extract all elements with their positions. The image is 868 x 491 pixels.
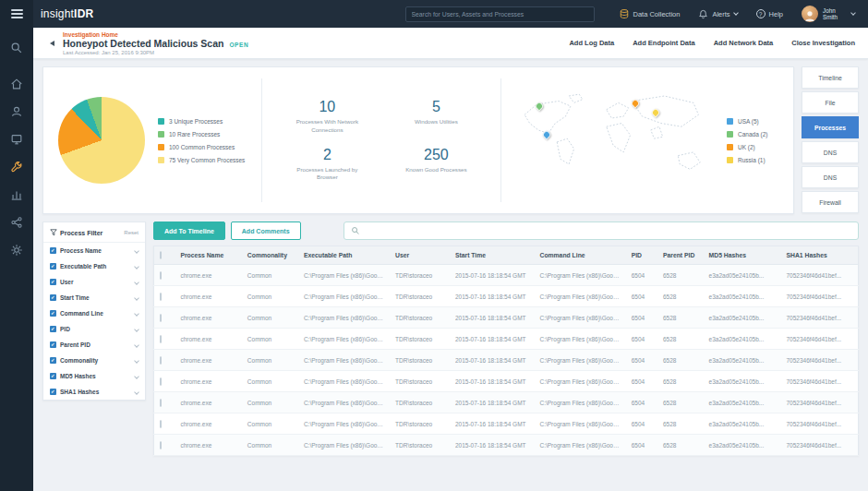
nav-data-collection[interactable]: Data Collection — [619, 8, 681, 19]
row-checkbox[interactable] — [160, 377, 162, 386]
investigations-wrench-icon[interactable] — [4, 154, 30, 179]
checkbox-checked-icon[interactable] — [50, 263, 56, 269]
row-checkbox[interactable] — [160, 271, 162, 280]
side-tab[interactable]: Processes — [802, 116, 859, 138]
legend-label: 75 Very Common Processes — [169, 157, 245, 163]
cell-md5: e3a2ad05e24105b... — [704, 286, 781, 307]
column-header[interactable]: Process Name — [175, 246, 241, 265]
status-badge: OPEN — [229, 42, 248, 48]
table-row[interactable]: chrome.exe Common C:\Program Files (x86)… — [154, 350, 859, 371]
filter-item[interactable]: Parent PID — [43, 337, 145, 353]
table-row[interactable]: chrome.exe Common C:\Program Files (x86)… — [154, 392, 859, 413]
nav-alerts[interactable]: Alerts — [698, 9, 737, 19]
reports-chart-icon[interactable] — [4, 182, 30, 207]
column-header[interactable]: User — [390, 246, 450, 265]
checkbox-checked-icon[interactable] — [50, 373, 56, 379]
table-row[interactable]: chrome.exe Common C:\Program Files (x86)… — [154, 413, 859, 435]
cell-start-time: 2015-07-16 18:18:54 GMT — [450, 435, 535, 456]
side-tab[interactable]: DNS — [802, 141, 859, 163]
header-action-button[interactable]: Add Network Data — [714, 39, 774, 47]
filter-item[interactable]: Commonality — [43, 353, 145, 368]
filter-item[interactable]: Command Line — [43, 305, 145, 321]
table-row[interactable]: chrome.exe Common C:\Program Files (x86)… — [154, 435, 859, 456]
geo-map-block: USA (5) Canada (2) — [501, 84, 778, 197]
row-checkbox[interactable] — [160, 399, 162, 407]
cell-parent-pid: 6528 — [657, 265, 704, 286]
checkbox-checked-icon[interactable] — [50, 279, 56, 285]
app-root: insightIDR Data Collection Alerts Help J… — [0, 0, 868, 491]
add-to-timeline-button[interactable]: Add To Timeline — [153, 222, 225, 240]
table-row[interactable]: chrome.exe Common C:\Program Files (x86)… — [154, 329, 859, 350]
filter-item[interactable]: PID — [43, 321, 145, 337]
filter-item[interactable]: Start Time — [43, 290, 145, 305]
select-all-checkbox[interactable] — [160, 251, 162, 259]
row-checkbox[interactable] — [160, 335, 162, 343]
filter-reset-button[interactable]: Reset — [124, 230, 139, 235]
hamburger-menu-icon[interactable] — [0, 0, 33, 28]
column-header[interactable]: Executable Path — [298, 246, 390, 265]
side-tab[interactable]: DNS — [802, 166, 859, 188]
checkbox-checked-icon[interactable] — [50, 389, 56, 395]
settings-gear-icon[interactable] — [4, 237, 30, 262]
header-action-button[interactable]: Add Log Data — [569, 39, 614, 47]
cell-commonality: Common — [242, 435, 298, 456]
side-tab[interactable]: File — [802, 91, 859, 114]
cell-commonality: Common — [242, 350, 298, 371]
column-header[interactable]: Command Line — [534, 246, 625, 265]
row-checkbox[interactable] — [160, 293, 162, 301]
checkbox-checked-icon[interactable] — [50, 341, 56, 348]
cell-checkbox — [154, 371, 175, 392]
filter-item[interactable]: Process Name — [43, 243, 145, 258]
cell-start-time: 2015-07-16 18:18:54 GMT — [450, 392, 535, 413]
column-header[interactable]: SHA1 Hashes — [781, 246, 859, 265]
cell-commonality: Common — [242, 392, 298, 413]
checkbox-checked-icon[interactable] — [50, 357, 56, 364]
cell-checkbox — [154, 286, 175, 307]
side-tab[interactable]: Firewall — [802, 191, 859, 213]
chevron-down-icon — [733, 10, 739, 16]
filter-item[interactable]: User — [43, 274, 145, 290]
breadcrumb[interactable]: Investigation Home — [63, 31, 248, 38]
table-row[interactable]: chrome.exe Common C:\Program Files (x86)… — [154, 371, 859, 392]
table-row[interactable]: chrome.exe Common C:\Program Files (x86)… — [154, 286, 859, 307]
evidence-tabs: TimelineFileProcessesDNSDNSFirewall — [802, 66, 859, 214]
header-action-button[interactable]: Close Investigation — [791, 39, 855, 47]
checkbox-checked-icon[interactable] — [50, 294, 56, 301]
filter-item[interactable]: MD5 Hashes — [43, 368, 145, 384]
row-checkbox[interactable] — [160, 420, 162, 428]
legend-swatch — [727, 144, 733, 150]
home-icon[interactable] — [4, 71, 30, 96]
nav-help[interactable]: Help — [756, 9, 783, 18]
column-header[interactable]: Commonality — [242, 246, 298, 265]
network-nodes-icon[interactable] — [4, 210, 30, 234]
column-header[interactable]: Parent PID — [657, 246, 704, 265]
filter-item[interactable]: SHA1 Hashes — [43, 384, 145, 400]
column-header[interactable]: PID — [626, 246, 657, 265]
search-icon[interactable] — [4, 35, 30, 60]
row-checkbox[interactable] — [160, 441, 162, 449]
checkbox-checked-icon[interactable] — [50, 326, 56, 332]
add-comments-button[interactable]: Add Comments — [231, 222, 301, 240]
table-row[interactable]: chrome.exe Common C:\Program Files (x86)… — [154, 307, 859, 329]
checkbox-checked-icon[interactable] — [50, 247, 56, 254]
chevron-down-icon — [134, 374, 139, 379]
row-checkbox[interactable] — [160, 314, 162, 322]
user-icon[interactable] — [4, 99, 30, 124]
cell-start-time: 2015-07-16 18:18:54 GMT — [450, 265, 535, 286]
database-icon — [619, 8, 630, 19]
column-header[interactable]: MD5 Hashes — [704, 246, 781, 265]
row-checkbox[interactable] — [160, 356, 162, 365]
global-search-input[interactable] — [405, 6, 595, 22]
endpoint-monitor-icon[interactable] — [4, 126, 30, 151]
checkbox-checked-icon[interactable] — [50, 310, 56, 317]
alerts-label: Alerts — [712, 10, 729, 18]
table-row[interactable]: chrome.exe Common C:\Program Files (x86)… — [154, 265, 859, 286]
side-tab[interactable]: Timeline — [802, 66, 859, 89]
column-header[interactable]: Start Time — [450, 246, 535, 265]
app-shell: Investigation Home Honeypot Detected Mal… — [0, 28, 868, 491]
table-search-input[interactable] — [365, 228, 851, 234]
header-action-button[interactable]: Add Endpoint Data — [633, 39, 695, 47]
filter-item[interactable]: Executable Path — [43, 258, 145, 274]
user-menu[interactable]: John Smith — [802, 6, 855, 22]
back-button[interactable] — [46, 36, 57, 51]
